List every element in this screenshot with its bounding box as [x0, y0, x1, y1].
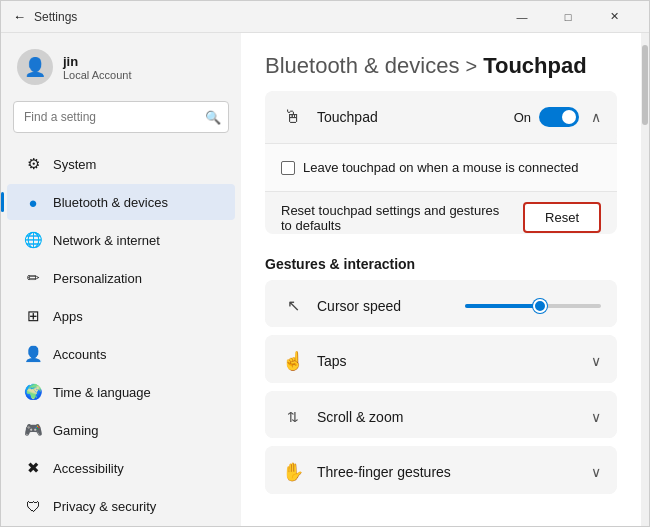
nav-item-apps[interactable]: ⊞ Apps	[7, 298, 235, 334]
nav-label-time: Time & language	[53, 385, 151, 400]
gaming-icon: 🎮	[23, 420, 43, 440]
breadcrumb: Bluetooth & devices > Touchpad	[265, 53, 617, 79]
nav-label-gaming: Gaming	[53, 423, 99, 438]
reset-text: Reset touchpad settings and gestures to …	[281, 203, 501, 233]
three-finger-row[interactable]: ✋ Three-finger gestures ∨	[265, 446, 617, 494]
nav-label-system: System	[53, 157, 96, 172]
three-finger-chevron-icon[interactable]: ∨	[591, 464, 601, 480]
touchpad-card: 🖱 Touchpad On ∧ Leave touchpad	[265, 91, 617, 234]
scroll-zoom-icon: ⇅	[281, 405, 305, 429]
back-icon[interactable]: ←	[13, 9, 26, 24]
slider-fill	[465, 304, 540, 308]
privacy-icon: 🛡	[23, 496, 43, 516]
touchpad-header-row[interactable]: 🖱 Touchpad On ∧	[265, 91, 617, 143]
breadcrumb-arrow: >	[465, 55, 477, 78]
nav-label-bluetooth: Bluetooth & devices	[53, 195, 168, 210]
apps-icon: ⊞	[23, 306, 43, 326]
slider-thumb[interactable]	[533, 299, 547, 313]
bluetooth-icon: ●	[23, 192, 43, 212]
gestures-heading: Gestures & interaction	[265, 256, 617, 272]
cursor-speed-slider-container	[465, 304, 601, 308]
cursor-speed-row[interactable]: ↖ Cursor speed	[265, 280, 617, 328]
user-name: jin	[63, 54, 132, 69]
touchpad-label: Touchpad	[317, 109, 502, 125]
user-info: jin Local Account	[63, 54, 132, 81]
nav-item-network[interactable]: 🌐 Network & internet	[7, 222, 235, 258]
personalization-icon: ✏	[23, 268, 43, 288]
nav-item-accessibility[interactable]: ✖ Accessibility	[7, 450, 235, 486]
scroll-zoom-label: Scroll & zoom	[317, 409, 579, 425]
scroll-zoom-row[interactable]: ⇅ Scroll & zoom ∨	[265, 391, 617, 439]
three-finger-icon: ✋	[281, 460, 305, 484]
nav-label-apps: Apps	[53, 309, 83, 324]
time-icon: 🌍	[23, 382, 43, 402]
nav-item-personalization[interactable]: ✏ Personalization	[7, 260, 235, 296]
cursor-icon: ↖	[281, 294, 305, 318]
search-input[interactable]	[13, 101, 229, 133]
taps-label: Taps	[317, 353, 579, 369]
cursor-speed-label: Cursor speed	[317, 298, 453, 314]
leave-touchpad-checkbox[interactable]	[281, 161, 295, 175]
page-header: Bluetooth & devices > Touchpad	[241, 33, 641, 91]
cursor-speed-slider[interactable]	[465, 304, 601, 308]
scroll-zoom-card: ⇅ Scroll & zoom ∨	[265, 391, 617, 439]
close-button[interactable]: ✕	[591, 1, 637, 33]
maximize-button[interactable]: □	[545, 1, 591, 33]
user-profile[interactable]: 👤 jin Local Account	[1, 41, 241, 101]
nav-label-network: Network & internet	[53, 233, 160, 248]
network-icon: 🌐	[23, 230, 43, 250]
titlebar: ← Settings — □ ✕	[1, 1, 649, 33]
titlebar-left: ← Settings	[13, 9, 77, 24]
nav-item-time[interactable]: 🌍 Time & language	[7, 374, 235, 410]
touchpad-toggle[interactable]	[539, 107, 579, 127]
checkbox-label: Leave touchpad on when a mouse is connec…	[303, 160, 578, 175]
scrollbar[interactable]	[641, 33, 649, 526]
nav-item-privacy[interactable]: 🛡 Privacy & security	[7, 488, 235, 524]
checkbox-row[interactable]: Leave touchpad on when a mouse is connec…	[281, 156, 601, 179]
taps-chevron-icon[interactable]: ∨	[591, 353, 601, 369]
breadcrumb-current: Touchpad	[483, 53, 586, 79]
nav-item-system[interactable]: ⚙ System	[7, 146, 235, 182]
taps-card: ☝ Taps ∨	[265, 335, 617, 383]
nav-item-bluetooth[interactable]: ● Bluetooth & devices	[7, 184, 235, 220]
user-role: Local Account	[63, 69, 132, 81]
settings-content: 🖱 Touchpad On ∧ Leave touchpad	[241, 91, 641, 526]
toggle-container: On	[514, 107, 579, 127]
accessibility-icon: ✖	[23, 458, 43, 478]
settings-window: ← Settings — □ ✕ 👤 jin Local Account 🔍	[0, 0, 650, 527]
breadcrumb-parent[interactable]: Bluetooth & devices	[265, 53, 459, 79]
nav-item-gaming[interactable]: 🎮 Gaming	[7, 412, 235, 448]
nav-label-personalization: Personalization	[53, 271, 142, 286]
search-icon: 🔍	[205, 110, 221, 125]
three-finger-label: Three-finger gestures	[317, 464, 579, 480]
touchpad-sub-section: Leave touchpad on when a mouse is connec…	[265, 143, 617, 191]
nav-label-accounts: Accounts	[53, 347, 106, 362]
taps-row[interactable]: ☝ Taps ∨	[265, 335, 617, 383]
nav-label-privacy: Privacy & security	[53, 499, 156, 514]
search-box: 🔍	[13, 101, 229, 133]
nav-label-accessibility: Accessibility	[53, 461, 124, 476]
avatar: 👤	[17, 49, 53, 85]
nav-item-accounts[interactable]: 👤 Accounts	[7, 336, 235, 372]
cursor-speed-card: ↖ Cursor speed	[265, 280, 617, 328]
reset-button[interactable]: Reset	[523, 202, 601, 233]
system-icon: ⚙	[23, 154, 43, 174]
scroll-zoom-chevron-icon[interactable]: ∨	[591, 409, 601, 425]
sidebar: 👤 jin Local Account 🔍 ⚙ System ● Bluetoo…	[1, 33, 241, 526]
touchpad-icon: 🖱	[281, 105, 305, 129]
main-content-area: 👤 jin Local Account 🔍 ⚙ System ● Bluetoo…	[1, 33, 649, 526]
window-title: Settings	[34, 10, 77, 24]
touchpad-chevron-icon[interactable]: ∧	[591, 109, 601, 125]
reset-row: Reset touchpad settings and gestures to …	[265, 191, 617, 234]
window-controls: — □ ✕	[499, 1, 637, 33]
three-finger-card: ✋ Three-finger gestures ∨	[265, 446, 617, 494]
toggle-label: On	[514, 110, 531, 125]
minimize-button[interactable]: —	[499, 1, 545, 33]
taps-icon: ☝	[281, 349, 305, 373]
scrollbar-thumb[interactable]	[642, 45, 648, 125]
main-panel: Bluetooth & devices > Touchpad 🖱 Touchpa…	[241, 33, 641, 526]
accounts-icon: 👤	[23, 344, 43, 364]
